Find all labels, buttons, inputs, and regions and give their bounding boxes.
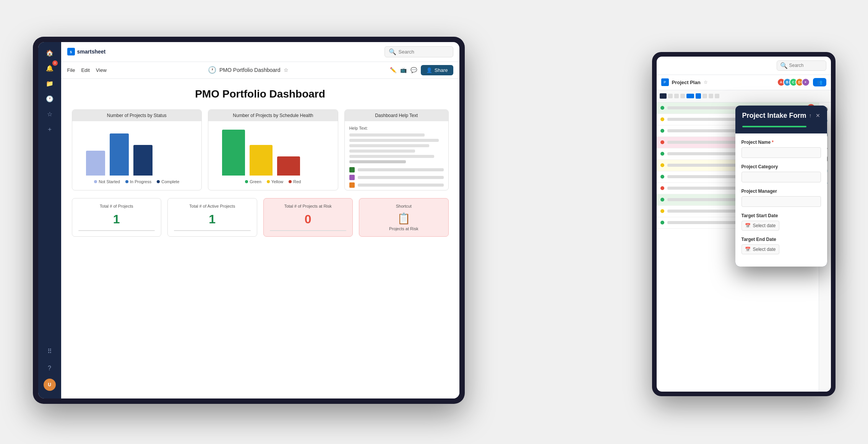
user-avatar[interactable]: U bbox=[44, 379, 56, 391]
chart1-legend: Not Started In Progress Complete bbox=[78, 179, 196, 184]
edit-menu[interactable]: Edit bbox=[81, 67, 89, 73]
start-date-button[interactable]: 📅 Select date bbox=[741, 221, 779, 231]
help-line-2 bbox=[349, 139, 439, 142]
search-icon: 🔍 bbox=[389, 48, 396, 55]
chart2-body: Green Yellow Red bbox=[208, 121, 338, 190]
tool-9 bbox=[715, 94, 719, 98]
end-date-label: Target End Date bbox=[741, 237, 821, 242]
help-colored-line-3 bbox=[358, 184, 444, 187]
modal-progress-bar bbox=[742, 126, 806, 127]
calendar-icon-end: 📅 bbox=[745, 247, 751, 252]
project-star-icon[interactable]: ☆ bbox=[704, 80, 708, 85]
project-icon: P bbox=[661, 78, 669, 86]
modal-header-icons: ↑ ✕ bbox=[809, 112, 820, 119]
comment-icon[interactable]: 💬 bbox=[410, 67, 417, 73]
edit-icon[interactable]: ✏️ bbox=[390, 67, 396, 73]
chart1-bars bbox=[78, 127, 196, 176]
help-colored-row-orange bbox=[349, 182, 444, 188]
legend-yellow-dot bbox=[267, 180, 270, 183]
view-menu[interactable]: View bbox=[96, 67, 107, 73]
sidebar-notifications-icon[interactable]: 🔔 3 bbox=[43, 62, 56, 75]
sidebar-folder-icon[interactable]: 📁 bbox=[43, 77, 56, 90]
modal-card: Project Intake Form ↑ ✕ Project Name * bbox=[735, 106, 827, 267]
chart1-body: Not Started In Progress Complete bbox=[72, 121, 202, 190]
main-device: 🏠 🔔 3 📁 🕐 ☆ ＋ ⠿ ? U bbox=[33, 37, 465, 404]
total-projects-label: Total # of Projects bbox=[78, 204, 155, 208]
row-dot-10 bbox=[660, 209, 664, 213]
sidebar-add-icon[interactable]: ＋ bbox=[43, 123, 56, 136]
project-nav: P Project Plan ☆ A B C D + 👥 bbox=[657, 75, 831, 90]
tool-8 bbox=[709, 94, 713, 98]
toolbar-strip bbox=[657, 90, 831, 102]
legend-not-started: Not Started bbox=[94, 179, 120, 184]
help-line-1 bbox=[349, 133, 425, 137]
color-square-orange bbox=[349, 182, 355, 188]
total-projects-value: 1 bbox=[78, 212, 155, 226]
project-title: Project Plan bbox=[672, 80, 701, 85]
modal-header: Project Intake Form ↑ ✕ bbox=[735, 106, 827, 126]
at-risk-value: 0 bbox=[270, 212, 347, 226]
sidebar-recent-icon[interactable]: 🕐 bbox=[43, 93, 56, 106]
help-body: Help Text: bbox=[345, 121, 448, 190]
sec-search[interactable]: 🔍 bbox=[777, 60, 826, 71]
file-menu[interactable]: File bbox=[67, 67, 75, 73]
color-square-green bbox=[349, 167, 355, 172]
tool-2 bbox=[668, 94, 673, 98]
project-name-input[interactable] bbox=[741, 147, 821, 158]
end-date-button[interactable]: 📅 Select date bbox=[741, 244, 779, 254]
stats-row: Total # of Projects 1 Total # of Active … bbox=[72, 198, 449, 237]
sidebar-apps-icon[interactable]: ⠿ bbox=[43, 345, 56, 358]
row-dot-8 bbox=[660, 186, 664, 190]
shortcut-icon[interactable]: 📋 bbox=[365, 212, 442, 225]
modal-field-end-date: Target End Date 📅 Select date bbox=[741, 237, 821, 254]
row-dot-3 bbox=[660, 129, 664, 133]
help-colored-line-2 bbox=[358, 176, 444, 179]
chart1-header: Number of Projects by Status bbox=[72, 110, 202, 121]
legend-in-progress-dot bbox=[125, 180, 128, 183]
sidebar-favorites-icon[interactable]: ☆ bbox=[43, 108, 56, 121]
share-button[interactable]: 👤 Share bbox=[421, 65, 453, 75]
search-input[interactable] bbox=[399, 49, 449, 55]
legend-complete: Complete bbox=[157, 179, 179, 184]
stat-total-projects: Total # of Projects 1 bbox=[72, 198, 162, 237]
present-icon[interactable]: 📺 bbox=[400, 67, 407, 73]
avatar-plus[interactable]: + bbox=[801, 78, 810, 86]
row-dot-6 bbox=[660, 163, 664, 167]
modal-close-icon[interactable]: ✕ bbox=[816, 112, 820, 119]
sec-search-input[interactable] bbox=[789, 63, 823, 68]
sidebar-help-icon[interactable]: ? bbox=[43, 362, 56, 375]
modal-field-category: Project Category bbox=[741, 164, 821, 182]
required-star: * bbox=[772, 140, 774, 145]
help-line-3 bbox=[349, 144, 430, 147]
bar-in-progress bbox=[110, 133, 129, 176]
modal-field-manager: Project Manager bbox=[741, 189, 821, 207]
dashboard-area: PMO Portfolio Dashboard Number of Projec… bbox=[61, 79, 459, 398]
legend-yellow: Yellow bbox=[267, 179, 283, 184]
legend-not-started-dot bbox=[94, 180, 97, 183]
avatars-group: A B C D + bbox=[779, 78, 810, 86]
project-category-input[interactable] bbox=[741, 172, 821, 182]
bar-complete bbox=[133, 145, 153, 176]
legend-green: Green bbox=[245, 179, 261, 184]
modal-share-icon[interactable]: ↑ bbox=[809, 112, 812, 119]
sidebar-home-icon[interactable]: 🏠 bbox=[43, 47, 56, 60]
legend-red-dot bbox=[289, 180, 292, 183]
help-colored-row-green bbox=[349, 167, 444, 172]
topbar-search[interactable]: 🔍 bbox=[385, 46, 453, 57]
legend-red: Red bbox=[289, 179, 301, 184]
project-name-label: Project Name * bbox=[741, 140, 821, 145]
tool-7 bbox=[703, 94, 707, 98]
help-text-label: Help Text: bbox=[349, 126, 444, 130]
smartsheet-logo: s smartsheet bbox=[67, 48, 106, 55]
sec-search-icon: 🔍 bbox=[780, 62, 788, 69]
help-header: Dashboard Help Text bbox=[345, 110, 448, 121]
at-risk-label: Total # of Projects at Risk bbox=[270, 204, 347, 208]
menu-bar: File Edit View bbox=[67, 67, 107, 73]
bar-green bbox=[222, 130, 245, 176]
collaborator-button[interactable]: 👥 bbox=[813, 78, 826, 86]
project-category-label: Project Category bbox=[741, 164, 821, 169]
nav-star-icon[interactable]: ☆ bbox=[284, 67, 289, 73]
logo-icon: s bbox=[67, 48, 75, 55]
help-line-6 bbox=[349, 160, 406, 163]
project-manager-input[interactable] bbox=[741, 196, 821, 207]
